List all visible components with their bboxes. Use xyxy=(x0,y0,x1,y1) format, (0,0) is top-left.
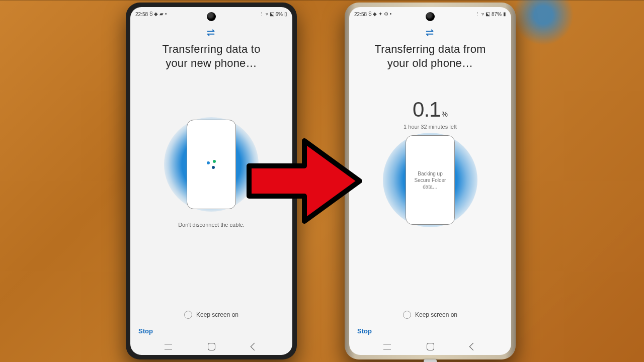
nav-recent-button[interactable] xyxy=(164,341,174,351)
camera-cutout xyxy=(426,12,435,21)
time-remaining: 1 hour 32 minutes left xyxy=(404,124,457,130)
transfer-title: Transferring data to your new phone… xyxy=(162,42,260,70)
status-time: 22:58 xyxy=(135,12,148,17)
battery-icon: ▮ xyxy=(503,12,506,17)
nav-bar xyxy=(130,338,292,355)
nav-home-button[interactable] xyxy=(206,341,216,351)
wood-background xyxy=(0,0,644,362)
nav-home-button[interactable] xyxy=(425,341,435,351)
keep-screen-on-label: Keep screen on xyxy=(196,311,238,318)
checkbox-empty-icon xyxy=(184,311,192,319)
status-left-icons: S ◆ ▰ • xyxy=(149,12,167,17)
progress-block: 0.1% 1 hour 32 minutes left xyxy=(404,98,457,130)
dont-disconnect-text: Don't disconnect the cable. xyxy=(178,222,245,228)
progress-percent-value: 0.1 xyxy=(413,98,440,121)
nav-back-button[interactable] xyxy=(250,341,260,351)
nav-back-button[interactable] xyxy=(468,341,478,351)
status-left-icons: S ◆ ✦ ⚙ • xyxy=(368,12,391,17)
phone-outline-graphic xyxy=(187,120,236,209)
status-time: 22:58 xyxy=(354,12,367,17)
progress-percent-unit: % xyxy=(441,110,447,118)
phone-outline-graphic: Backing up Secure Folder data… xyxy=(406,135,455,225)
transfer-dots-icon xyxy=(207,160,216,169)
transfer-animation xyxy=(164,117,259,212)
keep-screen-on-label: Keep screen on xyxy=(415,311,457,318)
status-battery-pct: 87% xyxy=(492,12,502,17)
stop-button[interactable]: Stop xyxy=(138,327,153,335)
nav-recent-button[interactable] xyxy=(382,341,392,351)
smart-switch-icon xyxy=(206,27,217,38)
keep-screen-on-toggle[interactable]: Keep screen on xyxy=(349,311,511,319)
new-phone-screen: 22:58 S ◆ ✦ ⚙ • ⋮ ▿ ⬕ 87% ▮ Transferring… xyxy=(349,7,511,355)
new-phone-frame: 22:58 S ◆ ✦ ⚙ • ⋮ ▿ ⬕ 87% ▮ Transferring… xyxy=(345,3,516,359)
status-right-icons: ⋮ ▿ ⬕ xyxy=(259,12,274,17)
stop-button[interactable]: Stop xyxy=(357,327,372,335)
battery-icon: ▯ xyxy=(284,12,287,17)
status-right-icons: ⋮ ▿ ⬕ xyxy=(475,12,490,17)
status-battery-pct: 6% xyxy=(276,12,283,17)
checkbox-empty-icon xyxy=(403,311,411,319)
transfer-title: Transferring data from your old phone… xyxy=(374,42,486,70)
old-phone-screen: 22:58 S ◆ ▰ • ⋮ ▿ ⬕ 6% ▯ Transferring da… xyxy=(130,7,292,355)
old-phone-frame: 22:58 S ◆ ▰ • ⋮ ▿ ⬕ 6% ▯ Transferring da… xyxy=(126,3,297,359)
smart-switch-icon xyxy=(425,27,436,38)
nav-bar xyxy=(349,338,511,355)
camera-cutout xyxy=(207,12,216,21)
transfer-animation: Backing up Secure Folder data… xyxy=(383,133,477,227)
keep-screen-on-toggle[interactable]: Keep screen on xyxy=(130,311,292,319)
backup-status-text: Backing up Secure Folder data… xyxy=(412,170,449,190)
